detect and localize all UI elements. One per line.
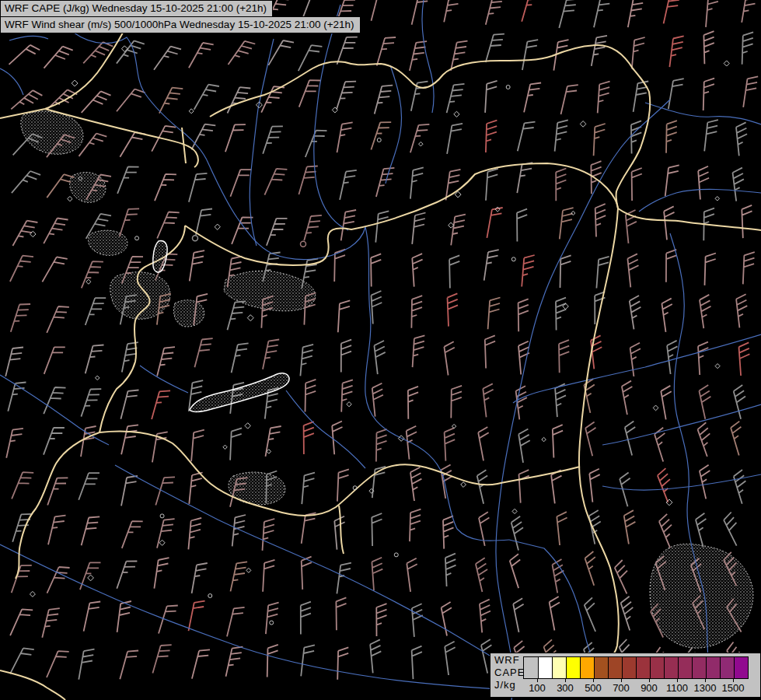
wind-barb [556,169,566,201]
wind-barb [591,161,601,194]
wind-barb [624,510,636,544]
wind-barb [519,470,529,503]
wind-barb [550,597,560,631]
wind-barb [372,383,383,417]
river [386,65,402,184]
cape-contour-diamond [223,445,227,449]
title-line-cape: WRF CAPE (J/kg) Wednesday 15-10-2025 21:… [0,0,273,17]
wind-barb [518,122,536,152]
cape-legend: WRF CAPE J/kg 10030050070090011001300150… [490,653,761,698]
wind-barb [376,429,387,462]
river [365,227,509,541]
cape-contour-diamond [86,279,91,284]
wind-barb [667,341,677,374]
wind-barb [155,477,175,505]
title-line-windshear: WRF Wind shear (m/s) 500/1000hPa Wednesd… [0,16,361,33]
wind-barb [585,422,595,457]
wind-barb [412,604,423,637]
wind-barb [485,335,495,368]
cape-contour-circle [270,621,274,625]
wind-barb [669,36,683,67]
wind-barb [189,473,202,504]
wind-barb [341,380,353,411]
wind-barb [231,562,248,591]
wind-barb [117,166,139,194]
wind-barb [371,122,391,149]
cape-stipple-region [89,230,127,255]
legend-color-cell [636,657,650,678]
wind-barb [191,124,215,150]
wind-barb [10,648,34,674]
legend-color-cell [650,657,664,678]
wind-barb [742,205,752,238]
wind-barb [700,465,710,499]
wind-barb [230,428,242,460]
wind-barb [266,603,279,635]
wind-barb [451,215,466,246]
wind-barb [705,254,716,285]
legend-label-model: WRF [494,654,525,667]
wind-barb [120,132,145,157]
wind-barb [659,514,672,548]
wind-barb [477,470,487,504]
wind-barb [189,43,214,68]
wind-barb [632,37,645,68]
legend-color-cell [594,657,608,678]
wind-barb [47,567,70,593]
cape-contour-circle [208,594,212,598]
wind-barb [82,516,100,545]
wind-barb [374,341,385,374]
wind-barb [370,639,381,673]
wind-barb [266,426,281,457]
wind-barb [734,385,745,419]
wind-barb [668,79,684,109]
wind-barb [664,0,681,23]
wind-barb [486,0,504,25]
cape-contour-circle [511,257,515,261]
wind-barb [337,82,356,110]
wind-barb [47,478,68,505]
legend-color-cell [608,657,622,678]
wind-barb [513,598,523,632]
wind-barb [120,208,139,236]
wind-barb [157,347,175,376]
wind-barb [486,169,498,201]
wind-barb [589,510,601,544]
cape-contour-diamond [715,197,720,201]
wind-barb [152,645,171,674]
wind-barb [411,296,422,328]
wind-barb [410,124,430,152]
wind-barb [337,37,358,65]
wind-barb [557,512,567,545]
wind-barb [483,383,493,417]
cape-stipple-region [650,544,753,648]
wind-barb [375,86,393,114]
weather-map-viewport: WRF CAPE (J/kg) Wednesday 15-10-2025 21:… [0,0,761,700]
wind-barb [615,560,627,593]
wind-barb [159,88,183,114]
wind-barb [589,469,599,502]
wind-barb [451,386,462,418]
wind-barb [410,467,421,501]
cape-contour-diamond [246,568,251,572]
legend-color-cell [524,657,538,678]
legend-color-cell [664,657,678,678]
wind-barb [448,293,459,326]
wind-barb [226,647,243,677]
wind-barb [622,381,633,415]
wind-barb [225,124,246,152]
wind-barb [484,250,499,281]
wind-barb [585,597,595,632]
wind-barb [596,257,609,289]
wind-barb [302,513,316,544]
wind-barb [80,562,101,590]
cape-contour-diamond [653,405,658,411]
cape-contour-diamond [461,482,466,488]
wind-barb [731,422,741,456]
cape-contour-diamond [454,111,459,117]
wind-barb [305,131,327,157]
country-border [16,432,99,579]
wind-barb [487,208,502,238]
wind-barb [152,432,168,462]
wind-barb [560,255,571,288]
